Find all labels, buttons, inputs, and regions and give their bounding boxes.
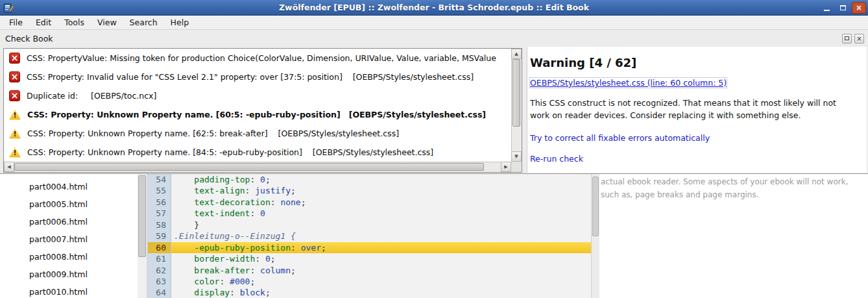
check-results-list: CSS: PropertyValue: Missing token for pr… — [3, 48, 522, 173]
file-browser: part0004.htmlpart0005.htmlpart0006.htmlp… — [0, 174, 138, 298]
fix-all-link[interactable]: Try to correct all fixable errors automa… — [530, 133, 858, 143]
line-number: 54 — [148, 174, 171, 185]
file-scrollbar-thumb[interactable] — [138, 175, 146, 257]
menu-item-tools[interactable]: Tools — [58, 16, 91, 29]
code-line[interactable]: 55 text-align: justify; — [148, 185, 591, 196]
scroll-left-arrow-icon[interactable]: ◀ — [4, 162, 14, 172]
code-text: } — [171, 219, 591, 230]
menu-item-search[interactable]: Search — [123, 16, 164, 29]
code-text: -epub-ruby-position: over; — [171, 242, 591, 253]
code-line[interactable]: 63 color: #000; — [148, 276, 591, 287]
check-result-text: CSS: Property: Unknown Property name. [6… — [27, 110, 486, 119]
menu-item-file[interactable]: File — [3, 16, 29, 29]
file-item[interactable]: part0010.html — [0, 283, 138, 298]
error-icon — [9, 53, 20, 64]
warning-icon — [9, 110, 21, 120]
code-line[interactable]: 61 border-width: 0; — [148, 253, 591, 264]
warning-heading: Warning [4 / 62] — [530, 56, 858, 69]
code-line-current[interactable]: 60 -epub-ruby-position: over; — [148, 242, 591, 253]
close-panel-button[interactable]: × — [854, 34, 864, 43]
line-number: 56 — [148, 197, 171, 208]
check-result-row[interactable]: CSS: Property: Unknown Property name. [6… — [4, 105, 511, 124]
scroll-right-arrow-icon[interactable]: ▶ — [501, 162, 511, 172]
error-icon — [9, 71, 20, 82]
code-text: padding-top: 0; — [171, 174, 591, 185]
vertical-scrollbar-thumb[interactable] — [512, 59, 520, 127]
horizontal-scrollbar-thumb[interactable] — [14, 163, 484, 171]
check-book-panel: Check Book × CSS: PropertyValue: Missing… — [0, 30, 868, 174]
file-item[interactable]: part0006.html — [0, 213, 138, 230]
check-result-row[interactable]: Duplicate id: [OEBPS/toc.ncx] — [4, 86, 511, 105]
code-line[interactable]: 56 text-decoration: none; — [148, 197, 591, 208]
check-result-row[interactable]: CSS: Property: Unknown Property name. [8… — [4, 143, 511, 162]
error-icon — [9, 90, 20, 101]
minimize-icon — [824, 10, 830, 11]
menu-item-view[interactable]: View — [91, 16, 123, 29]
check-result-row[interactable]: CSS: Property: Invalid value for "CSS Le… — [4, 68, 511, 86]
code-text: border-width: 0; — [171, 253, 591, 264]
rerun-check-link[interactable]: Re-run check — [530, 154, 858, 164]
warning-description: This CSS construct is not recognized. Th… — [530, 97, 858, 122]
scroll-up-arrow-icon[interactable]: ▲ — [511, 49, 522, 59]
minimize-button[interactable] — [819, 2, 834, 14]
scroll-down-arrow-icon[interactable]: ▼ — [511, 151, 522, 162]
vertical-scrollbar[interactable]: ▲ ▼ — [511, 49, 522, 162]
file-item[interactable]: part0005.html — [0, 195, 138, 213]
check-result-row[interactable]: CSS: PropertyValue: Missing token for pr… — [4, 49, 511, 68]
check-result-text: CSS: Property: Unknown Property name. [8… — [27, 147, 433, 157]
check-result-row[interactable]: CSS: Property: Unknown Property name. [6… — [4, 124, 511, 143]
code-text: text-indent: 0 — [171, 208, 591, 219]
code-text: text-align: justify; — [171, 185, 591, 196]
code-line[interactable]: 57 text-indent: 0 — [148, 208, 591, 219]
menu-item-help[interactable]: Help — [164, 16, 196, 29]
code-text: color: #000; — [171, 276, 591, 287]
panel-buttons: × — [842, 34, 864, 43]
code-text: break-after: column; — [171, 265, 591, 276]
code-text: text-decoration: none; — [171, 197, 591, 208]
maximize-button[interactable] — [836, 2, 850, 14]
maximize-icon — [840, 5, 846, 10]
menu-item-edit[interactable]: Edit — [29, 16, 58, 29]
line-number: 57 — [148, 208, 171, 219]
code-line[interactable]: 54 padding-top: 0; — [148, 174, 591, 185]
file-item[interactable]: part0008.html — [0, 248, 138, 266]
check-details-panel: Warning [4 / 62] OEBPS/Styles/stylesheet… — [527, 47, 867, 173]
horizontal-scrollbar[interactable]: ◀ ▶ — [4, 162, 511, 172]
file-item[interactable]: part0009.html — [0, 266, 138, 283]
stylesheet-location-link[interactable]: OEBPS/Styles/stylesheet.css (line: 60 co… — [530, 78, 727, 88]
code-line[interactable]: 64 display: block; — [148, 287, 591, 298]
line-number: 64 — [148, 287, 171, 298]
code-editor[interactable]: 54 padding-top: 0;55 text-align: justify… — [148, 174, 591, 298]
line-number: 61 — [148, 253, 171, 264]
check-result-text: Duplicate id: [OEBPS/toc.ncx] — [27, 91, 156, 101]
code-text: .Einleitung-o--Einzug1 { — [171, 230, 591, 242]
app-window: Zwölfender [EPUB] :: Zwolfender - Britta… — [0, 0, 868, 298]
panel-title: Check Book — [5, 34, 53, 43]
warning-icon — [9, 147, 21, 158]
check-results-rows: CSS: PropertyValue: Missing token for pr… — [4, 49, 511, 162]
line-number: 58 — [148, 219, 171, 230]
line-number: 63 — [148, 276, 171, 287]
code-line[interactable]: 62 break-after: column; — [148, 265, 591, 276]
preview-help-text: actual ebook reader. Some aspects of you… — [601, 175, 865, 201]
window-title: Zwölfender [EPUB] :: Zwolfender - Britta… — [279, 3, 589, 12]
file-item[interactable]: part0007.html — [0, 230, 138, 248]
close-button[interactable]: × — [852, 2, 866, 14]
check-result-text: CSS: Property: Unknown Property name. [6… — [27, 129, 399, 138]
code-line[interactable]: 58 } — [148, 219, 591, 230]
check-book-panel-titlebar: Check Book × — [0, 30, 868, 47]
app-icon — [3, 3, 14, 13]
file-item[interactable]: part0004.html — [0, 178, 138, 195]
line-number: 55 — [148, 185, 171, 196]
float-panel-icon — [845, 36, 849, 40]
float-panel-button[interactable] — [842, 34, 852, 43]
check-result-text: CSS: Property: Invalid value for "CSS Le… — [27, 72, 474, 82]
code-line[interactable]: 59.Einleitung-o--Einzug1 { — [148, 230, 591, 242]
titlebar: Zwölfender [EPUB] :: Zwolfender - Britta… — [0, 0, 868, 16]
file-browser-scrollbar[interactable] — [138, 174, 147, 298]
editor-scrollbar-thumb[interactable] — [592, 177, 599, 236]
file-browser-rows: part0004.htmlpart0005.htmlpart0006.htmlp… — [0, 174, 138, 298]
scrollbar-corner — [511, 162, 522, 172]
editor-scrollbar[interactable] — [591, 174, 599, 298]
line-number: 62 — [148, 265, 171, 276]
